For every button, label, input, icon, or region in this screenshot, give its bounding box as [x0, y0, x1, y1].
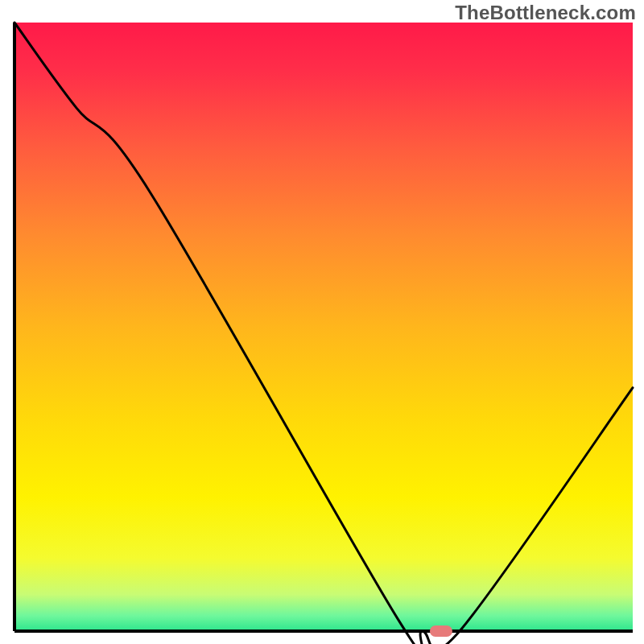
bottleneck-chart	[0, 0, 644, 644]
chart-container: TheBottleneck.com	[0, 0, 644, 644]
plot-background	[14, 23, 633, 631]
optimal-marker	[430, 625, 452, 637]
watermark-label: TheBottleneck.com	[455, 2, 636, 24]
